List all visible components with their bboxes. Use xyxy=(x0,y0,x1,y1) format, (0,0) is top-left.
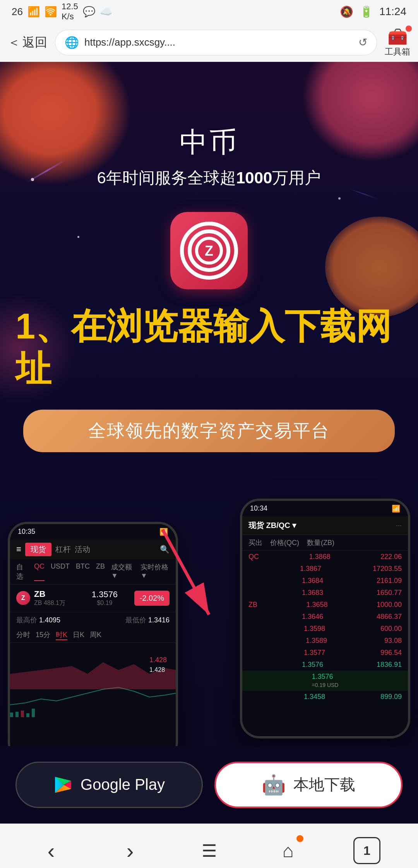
orderbook-row: 1.386717203.55 xyxy=(242,563,408,575)
svg-text:1.428: 1.428 xyxy=(149,656,167,664)
nav-back-button[interactable]: ‹ xyxy=(36,835,67,866)
orderbook-row: QC1.3868222.06 xyxy=(242,551,408,563)
app-name: 中币 xyxy=(0,124,418,161)
app-subtitle: 6年时间服务全球超1000万用户 xyxy=(0,167,418,189)
status-right: 🔕 🔋 11:24 xyxy=(340,5,406,18)
nav-forward-icon: › xyxy=(127,838,134,863)
cloud-icon: ☁️ xyxy=(100,6,112,18)
phone-back-nav: 现货 ZB/QC ▾ ··· xyxy=(242,516,408,535)
time-display: 11:24 xyxy=(379,5,406,18)
tab-count-badge: 1 xyxy=(353,837,380,864)
status-bar: 26 📶 🛜 12.5K/s 💬 ☁️ 🔕 🔋 11:24 xyxy=(0,0,418,23)
google-play-label: Google Play xyxy=(81,776,165,793)
hero-banner: 中币 6年时间服务全球超1000万用户 Z 1、在浏览器输入下载网址 xyxy=(0,62,418,824)
phone-back-screen: 10:34 📶 现货 ZB/QC ▾ ··· 买出 价格(QC) 数量(ZB) xyxy=(242,501,408,736)
toolbox-dot xyxy=(406,26,412,32)
red-arrow-overlay xyxy=(132,499,248,653)
coin-logo: Z xyxy=(16,591,30,605)
svg-rect-6 xyxy=(26,713,29,717)
tab-activity: 活动 xyxy=(75,544,90,555)
app-icon: Z xyxy=(170,212,248,289)
coin-volume: ZB 488.1万 xyxy=(34,599,65,607)
google-play-icon xyxy=(53,775,73,795)
subtitle-end: 万用户 xyxy=(272,169,321,187)
nav-menu-button[interactable]: ☰ xyxy=(194,835,224,866)
phone-back-more: ··· xyxy=(396,521,402,530)
orderbook-row: 1.3598600.00 xyxy=(242,623,408,635)
local-download-button[interactable]: 🤖 本地下载 xyxy=(214,762,403,808)
nav-home-button[interactable]: ⌂ xyxy=(272,835,303,866)
phone-back-signal: 📶 xyxy=(392,504,400,513)
orderbook-row: 1.3458899.09 xyxy=(242,691,408,703)
orderbook-row: ZB1.36581000.00 xyxy=(242,599,408,611)
phone-back-time: 10:34 xyxy=(250,504,267,513)
candlestick-chart: 1.428 1.428 xyxy=(10,643,176,720)
tab-leverage: 杠杆 xyxy=(55,544,71,555)
back-button[interactable]: ＜ 返回 xyxy=(8,34,47,51)
phone-back-orderbook: QC1.3868222.06 1.386717203.55 1.36842161… xyxy=(242,551,408,703)
url-bar[interactable]: 🌐 https://app.sxcsgy.... ↺ xyxy=(55,30,377,55)
svg-rect-5 xyxy=(21,711,24,717)
phone-back-filters: 买出 价格(QC) 数量(ZB) xyxy=(242,535,408,551)
nav-back-icon: ‹ xyxy=(48,838,55,863)
wechat-icon: 💬 xyxy=(83,6,95,18)
toolbox-button[interactable]: 🧰 工具箱 xyxy=(385,27,410,58)
download-section: Google Play 🤖 本地下载 xyxy=(0,746,418,824)
orderbook-row: 1.36464866.37 xyxy=(242,611,408,623)
nav-home-icon: ⌂ xyxy=(283,840,294,861)
refresh-icon[interactable]: ↺ xyxy=(358,36,367,49)
nav-tabs-button[interactable]: 1 xyxy=(351,835,382,866)
app-logo-svg: Z xyxy=(188,229,230,272)
coin-details: ZB ZB 488.1万 xyxy=(34,589,65,607)
platform-text: 全球领先的数字资产交易平台 xyxy=(88,420,330,441)
signal-text: 26 xyxy=(12,6,23,18)
battery-icon: 🔋 xyxy=(360,5,373,18)
instruction-section: 1、在浏览器输入下载网址 xyxy=(0,289,418,390)
phone-back-title: 现货 ZB/QC ▾ xyxy=(248,520,296,531)
tab-count-number: 1 xyxy=(363,844,370,858)
main-content: 中币 6年时间服务全球超1000万用户 Z 1、在浏览器输入下载网址 xyxy=(0,62,418,824)
orderbook-row: 1.36831650.77 xyxy=(242,587,408,599)
bottom-nav-bar: ‹ › ☰ ⌂ 1 xyxy=(0,824,418,868)
orderbook-current-price: 1.3576=0.19 USD xyxy=(242,671,408,691)
phone-front-time: 10:35 xyxy=(18,528,35,536)
coin-price: 1.3576 xyxy=(75,589,134,600)
coin-info: Z ZB ZB 488.1万 xyxy=(16,589,75,607)
app-icon-inner: Z xyxy=(180,222,238,280)
toolbox-label: 工具箱 xyxy=(385,46,410,58)
svg-text:Z: Z xyxy=(205,243,213,259)
coin-price-usd: $0.19 xyxy=(75,600,134,607)
wifi-icon: 🛜 xyxy=(45,6,57,18)
menu-icon: ≡ xyxy=(16,544,21,554)
chart-area: 1.428 1.428 xyxy=(10,643,176,720)
speed-text: 12.5K/s xyxy=(62,2,78,22)
svg-line-12 xyxy=(163,530,209,615)
back-label: 返回 xyxy=(22,34,47,51)
app-title-section: 中币 6年时间服务全球超1000万用户 xyxy=(0,62,418,189)
nav-forward-button[interactable]: › xyxy=(115,835,146,866)
svg-rect-3 xyxy=(10,713,13,717)
local-download-label: 本地下载 xyxy=(293,774,355,795)
coin-name: ZB xyxy=(34,589,65,599)
app-icon-wrapper: Z xyxy=(0,212,418,289)
nav-menu-icon: ☰ xyxy=(202,841,217,861)
coin-price-section: 1.3576 $0.19 xyxy=(75,589,134,607)
signal-bars: 📶 xyxy=(27,6,40,18)
phone-back: 10:34 📶 现货 ZB/QC ▾ ··· 买出 价格(QC) 数量(ZB) xyxy=(240,499,410,738)
browser-bar: ＜ 返回 🌐 https://app.sxcsgy.... ↺ 🧰 工具箱 xyxy=(0,23,418,62)
status-left: 26 📶 🛜 12.5K/s 💬 ☁️ xyxy=(12,2,112,22)
svg-text:1.428: 1.428 xyxy=(149,666,165,673)
orderbook-row: 1.36842161.09 xyxy=(242,575,408,587)
sparkle-2 xyxy=(338,197,341,200)
home-dot xyxy=(296,835,303,842)
shooting-star-2 xyxy=(349,188,379,200)
svg-rect-7 xyxy=(32,709,35,717)
phones-section: 10:34 📶 现货 ZB/QC ▾ ··· 买出 价格(QC) 数量(ZB) xyxy=(0,475,418,746)
phone-back-status: 10:34 📶 xyxy=(242,501,408,516)
instruction-main-text: 1、在浏览器输入下载网址 xyxy=(15,305,403,390)
platform-badge: 全球领先的数字资产交易平台 xyxy=(23,410,395,452)
google-play-button[interactable]: Google Play xyxy=(15,762,203,808)
globe-icon: 🌐 xyxy=(65,36,79,49)
tab-spot: 现货 xyxy=(25,543,51,556)
subtitle-text: 6年时间服务全球超 xyxy=(97,169,236,187)
